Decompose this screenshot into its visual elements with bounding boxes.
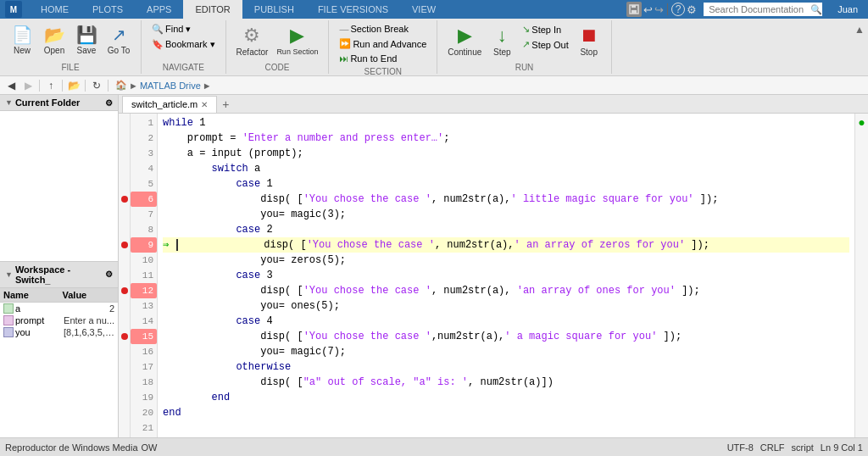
search-icon[interactable]: 🔍 <box>810 4 822 15</box>
help-icon[interactable]: ? <box>671 3 685 16</box>
continue-button[interactable]: ▶ Continue <box>444 22 485 59</box>
bp-9[interactable] <box>119 237 131 253</box>
save-tb-icon[interactable] <box>626 2 642 17</box>
file-tab-switch[interactable]: switch_article.m ✕ <box>122 96 217 113</box>
step-out-button[interactable]: ↗ Step Out <box>519 37 571 52</box>
run-advance-icon: ⏩ <box>339 38 351 49</box>
ln-9: 9 <box>131 237 157 253</box>
tab-apps[interactable]: APPS <box>135 0 183 19</box>
stop-button[interactable]: ⏹ Stop <box>574 22 604 59</box>
step-button[interactable]: ↓ Step <box>487 22 517 59</box>
step-out-label: Step Out <box>531 40 568 50</box>
refactor-button[interactable]: ⚙ Refactor <box>233 22 272 59</box>
new-button[interactable]: 📄 New <box>7 22 37 58</box>
tab-plots[interactable]: PLOTS <box>81 0 135 19</box>
section-break-icon: — <box>339 24 348 34</box>
stop-label: Stop <box>580 47 598 57</box>
bp-17[interactable] <box>119 359 131 375</box>
bp-21[interactable] <box>119 420 131 436</box>
var-a-value: 2 <box>109 303 114 314</box>
code-line-3: a = input (prompt); <box>163 146 849 161</box>
media-player-label[interactable]: Reproductor de Windows Media <box>5 442 138 453</box>
bp-13[interactable] <box>119 298 131 314</box>
code-area[interactable]: while 1 prompt = 'Enter a number and pre… <box>158 114 854 437</box>
bp-6[interactable] <box>119 192 131 207</box>
code-line-17: otherwise <box>163 359 849 375</box>
bp-20[interactable] <box>119 405 131 420</box>
bp-2[interactable] <box>119 131 131 146</box>
run-advance-button[interactable]: ⏩ Run and Advance <box>336 36 430 51</box>
tab-home[interactable]: HOME <box>29 0 81 19</box>
toolbar-forward[interactable]: ▶ <box>20 78 36 93</box>
bp-16[interactable] <box>119 344 131 359</box>
ws-settings-icon[interactable]: ⚙ <box>105 270 113 279</box>
ws-expand-triangle[interactable]: ▼ <box>5 270 13 279</box>
toolbar-sync[interactable]: ↻ <box>89 78 104 93</box>
bp-1[interactable] <box>119 115 131 131</box>
expand-triangle[interactable]: ▼ <box>5 98 13 107</box>
open-button[interactable]: 📂 Open <box>39 22 70 58</box>
var-you-name: you <box>15 327 64 337</box>
folder-settings-icon[interactable]: ⚙ <box>105 98 113 108</box>
run-buttons: ▶ Continue ↓ Step ↘ Step In ↗ Step Out ⏹… <box>444 22 604 61</box>
section-break-label: Section Break <box>350 24 408 34</box>
ribbon-group-code: ⚙ Refactor ▶ Run Section CODE <box>226 20 330 74</box>
code-line-19: end <box>163 390 849 405</box>
section-break-button[interactable]: — Section Break <box>336 22 430 36</box>
ribbon-group-file: 📄 New 📂 Open 💾 Save ↗ Go To FILE <box>0 20 142 74</box>
bp-11[interactable] <box>119 268 131 283</box>
bp-18[interactable] <box>119 375 131 390</box>
bp-19[interactable] <box>119 390 131 405</box>
toolbar-up[interactable]: ↑ <box>43 78 58 93</box>
bp-4[interactable] <box>119 161 131 176</box>
goto-button[interactable]: ↗ Go To <box>103 22 134 58</box>
toolbar-back[interactable]: ◀ <box>3 78 19 93</box>
toolbar-browse[interactable]: 📂 <box>66 78 81 93</box>
navigate-buttons: 🔍 Find ▾ 🔖 Bookmark ▾ <box>148 22 219 61</box>
bp-8[interactable] <box>119 222 131 237</box>
code-line-18: disp( ["a" out of scale, "a" is: ', num2… <box>163 375 849 390</box>
code-line-16: you= magic(7); <box>163 344 849 359</box>
settings-icon[interactable]: ⚙ <box>687 3 697 16</box>
status-column: ● <box>854 114 868 437</box>
toolbar: ◀ ▶ ↑ 📂 ↻ 🏠 ► MATLAB Drive ► <box>0 76 868 95</box>
svg-rect-4 <box>632 5 636 8</box>
save-button[interactable]: 💾 Save <box>71 22 102 58</box>
current-folder-header: ▼ Current Folder ⚙ <box>0 95 118 111</box>
bp-3[interactable] <box>119 146 131 161</box>
run-to-end-button[interactable]: ⏭ Run to End <box>336 52 430 65</box>
user-menu[interactable]: Juan <box>832 4 863 14</box>
tab-publish[interactable]: PUBLISH <box>242 0 306 19</box>
undo-tb-icon[interactable]: ↩ <box>643 3 653 16</box>
ribbon-collapse-icon[interactable]: ▲ <box>851 20 868 74</box>
run-section-icon: ▶ <box>290 25 304 47</box>
run-section-button[interactable]: ▶ Run Section <box>273 22 321 58</box>
tab-add-button[interactable]: + <box>217 96 234 113</box>
bp-15[interactable] <box>119 329 131 344</box>
find-button[interactable]: 🔍 Find ▾ <box>148 22 219 36</box>
step-in-button[interactable]: ↘ Step In <box>519 22 571 36</box>
bp-10[interactable] <box>119 253 131 268</box>
redo-tb-icon[interactable]: ↪ <box>654 3 664 16</box>
bp-7[interactable] <box>119 207 131 222</box>
code-line-11: case 3 <box>163 268 849 283</box>
bookmark-button[interactable]: 🔖 Bookmark ▾ <box>148 37 219 52</box>
ln-17: 17 <box>131 359 157 375</box>
ws-var-prompt[interactable]: prompt Enter a nu... <box>0 314 118 326</box>
ws-var-a[interactable]: a 2 <box>0 303 118 314</box>
bp-14[interactable] <box>119 314 131 329</box>
bp-12[interactable] <box>119 283 131 298</box>
bp-5[interactable] <box>119 176 131 192</box>
search-input[interactable] <box>704 3 822 16</box>
code-line-9: ⇒ disp( ['You chose the case ', num2str(… <box>163 237 849 253</box>
path-matlab-drive[interactable]: MATLAB Drive <box>140 81 201 91</box>
encoding-label: UTF-8 <box>727 442 754 453</box>
tab-view[interactable]: VIEW <box>400 0 448 19</box>
ws-var-you[interactable]: you [8,1,6,3,5,7,... <box>0 326 118 338</box>
tab-file-versions[interactable]: FILE VERSIONS <box>306 0 400 19</box>
toolbar-sep1 <box>39 80 40 92</box>
status-bar: Reproductor de Windows Media OW UTF-8 CR… <box>0 437 868 456</box>
tab-close-icon[interactable]: ✕ <box>201 100 208 109</box>
tab-editor[interactable]: EDITOR <box>183 0 242 19</box>
current-folder-label: Current Folder <box>15 97 80 108</box>
